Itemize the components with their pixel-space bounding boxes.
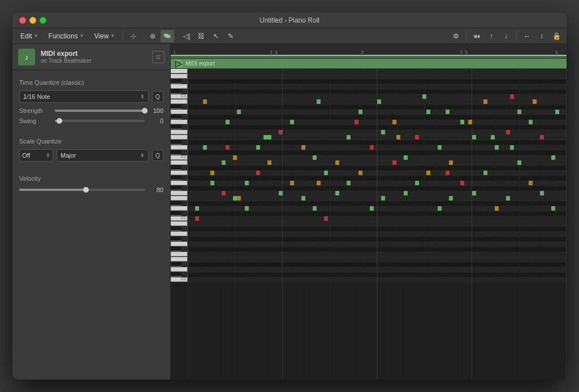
midi-note[interactable] [256,145,260,150]
midi-note[interactable] [438,206,442,211]
piano-key-A2[interactable] [171,110,187,114]
midi-note[interactable] [517,160,521,165]
midi-note[interactable] [551,206,555,211]
midi-note[interactable] [245,181,249,185]
midi-note[interactable] [370,145,374,150]
piano-key-D#3[interactable] [171,79,182,84]
midi-note[interactable] [358,171,362,175]
piano-key-C3[interactable]: C3 [171,94,187,99]
midi-note[interactable] [510,145,514,150]
transpose-down[interactable]: ↓ [499,30,513,42]
piano-key-F#2[interactable] [171,125,182,129]
midi-note[interactable] [203,99,207,104]
piano-key-D#1[interactable] [171,201,182,206]
piano-key-E1[interactable] [171,196,187,201]
piano-key-F#1[interactable] [171,186,182,190]
menu-view[interactable]: View ▼ [90,31,120,42]
midi-note[interactable] [529,181,533,185]
loop-region[interactable] [171,55,567,58]
piano-key-B0[interactable] [171,221,187,226]
midi-note[interactable] [347,181,351,185]
piano-key-C1[interactable]: C1 [171,216,187,221]
midi-note[interactable] [245,206,249,211]
midi-note[interactable] [335,160,339,165]
piano-key-G#0[interactable] [171,237,182,241]
note-value-dropdown[interactable]: 1/16 Note ⬍ [19,90,149,103]
midi-note[interactable] [317,181,321,185]
midi-note[interactable] [313,206,317,211]
midi-note[interactable] [472,191,476,195]
piano-key-F3[interactable] [171,69,187,73]
piano-key-G2[interactable] [171,120,187,124]
midi-note[interactable] [392,160,396,165]
midi-note[interactable] [226,145,230,150]
piano-key-C#0[interactable] [171,272,182,277]
midi-note[interactable] [290,181,294,185]
midi-note[interactable] [355,120,358,124]
lock-button[interactable]: 🔒 [550,30,563,42]
piano-key-A1[interactable] [171,171,187,175]
midi-note[interactable] [358,110,362,114]
minimize-button[interactable] [29,17,36,24]
midi-note[interactable] [495,145,499,150]
midi-note[interactable] [415,135,419,140]
close-button[interactable] [19,17,26,24]
midi-note[interactable] [222,191,226,195]
midi-note[interactable] [279,191,283,195]
midi-note[interactable] [267,160,271,165]
midi-note[interactable] [404,191,408,195]
tool-pencil[interactable]: ✎ [224,30,237,42]
midi-note[interactable] [483,99,487,104]
piano-key-F2[interactable] [171,130,187,134]
midi-note[interactable] [472,135,476,140]
tool-arrow[interactable]: ↖ [209,30,223,42]
grid-container[interactable] [188,69,567,380]
midi-note[interactable] [510,94,514,99]
midi-note[interactable] [404,155,408,160]
midi-note[interactable] [495,206,499,211]
piano-key-E0[interactable] [171,257,187,262]
piano-key-D3[interactable] [171,84,187,89]
midi-note[interactable] [324,171,328,175]
expand-h[interactable]: ↔ [520,30,534,42]
midi-note[interactable] [324,216,328,221]
midi-note[interactable] [195,206,199,211]
midi-note[interactable] [422,94,426,99]
piano-key-F1[interactable] [171,191,187,195]
piano-key-G#2[interactable] [171,115,182,119]
midi-note[interactable] [506,130,510,134]
swing-slider[interactable] [55,120,145,122]
midi-in-button[interactable]: ⏮ [470,30,483,42]
tool-select-left[interactable]: ◁| [180,30,193,42]
midi-note[interactable] [396,135,400,140]
piano-key-B2[interactable] [171,99,187,104]
midi-note[interactable] [506,196,510,201]
midi-note[interactable] [540,135,544,140]
piano-key-C#1[interactable] [171,211,182,216]
midi-note[interactable] [540,191,544,195]
piano-key-D#0[interactable] [171,262,182,267]
midi-note[interactable] [517,110,521,114]
piano-key-C2[interactable]: C2 [171,155,187,160]
piano-key-F0[interactable] [171,252,187,256]
midi-note[interactable] [491,135,495,140]
midi-note[interactable] [222,160,226,165]
tool-target[interactable]: ⊛ [146,30,159,42]
region-play-button[interactable]: ▷ [175,60,182,67]
quantize-q-button[interactable]: Q [152,91,163,102]
piano-key-A0[interactable] [171,232,187,236]
midi-note[interactable] [377,99,381,104]
piano-key-C#3[interactable] [171,89,182,94]
piano-key-D2[interactable] [171,145,187,150]
midi-note[interactable] [533,99,537,104]
midi-note[interactable] [446,171,450,175]
midi-note[interactable] [195,216,199,221]
midi-note[interactable] [483,171,487,175]
tool-link[interactable]: ⛓ [195,30,208,42]
piano-key-D0[interactable] [171,267,187,272]
midi-note[interactable] [370,206,374,211]
midi-note[interactable] [426,110,430,114]
expand-v[interactable]: ↕ [535,30,548,42]
piano-key-D1[interactable] [171,206,187,211]
midi-note[interactable] [529,120,533,124]
